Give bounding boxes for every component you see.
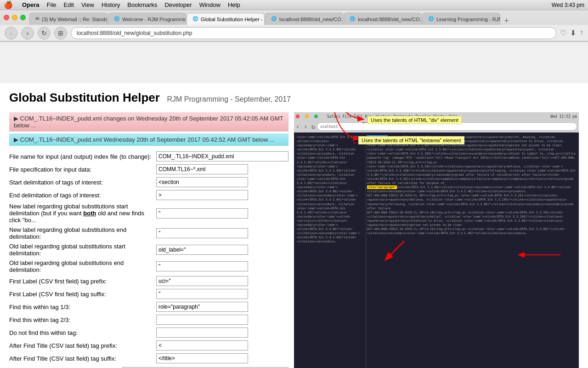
apple-menu[interactable]: 🍎	[4, 0, 13, 9]
file-spec-input[interactable]	[156, 164, 248, 174]
nav-row: ‹ › ↻ ⊞ localhost:8888/old_new/global_su…	[0, 25, 588, 41]
download-icon[interactable]: ⬇	[570, 29, 576, 37]
old-label-start-label: Old label regarding global substitutions…	[9, 243, 156, 257]
find2-input[interactable]	[156, 315, 248, 325]
sim-max	[314, 115, 318, 118]
grid-button[interactable]: ⊞	[54, 27, 67, 40]
menu-help[interactable]: Help	[228, 1, 240, 8]
tab-label: localhost:8888/old_new/CO...	[279, 17, 343, 22]
left-panel: ▶ COM_.TL16~INDEX_pudd.xml changes on We…	[9, 112, 288, 368]
tab-learning[interactable]: 🌐 Learning Programming - RJM...	[422, 13, 500, 25]
tab-label: Global Substitution Helper -	[201, 17, 263, 22]
file-name-input[interactable]	[156, 151, 288, 161]
menu-file[interactable]: File	[47, 1, 57, 8]
page-title: Global Substitution Helper	[9, 91, 160, 104]
tab-global-sub[interactable]: 🌐 Global Substitution Helper -	[187, 13, 265, 25]
donot-find-input[interactable]	[156, 328, 248, 338]
close-button[interactable]	[4, 15, 9, 20]
after-find-prefix-input[interactable]	[156, 340, 248, 351]
tab-rjm[interactable]: 🌐 Welcome - RJM Programming...	[108, 13, 186, 25]
end-delim-label: End delimitation of tags of interest:	[9, 192, 156, 199]
sim-highlight2: role="paragraph"	[367, 185, 397, 189]
tab-localhost1[interactable]: 🌐 localhost:8888/old_new/CO...	[265, 13, 343, 25]
bookmark-icon[interactable]: ♡	[560, 29, 566, 37]
section1-label: ▶ COM_.TL16~INDEX_pudd.xml changes on We…	[14, 115, 284, 129]
menu-edit[interactable]: Edit	[64, 1, 74, 8]
tabs-row: ✉ (3) My Webmail :: Re: Standa... 🌐 Welc…	[0, 10, 588, 25]
forward-button[interactable]: ›	[21, 27, 34, 40]
tab-label: Welcome - RJM Programming...	[122, 17, 186, 22]
tab-favicon: 🌐	[192, 16, 198, 23]
sim-min	[305, 115, 309, 118]
old-label-start-input[interactable]	[156, 245, 248, 255]
tab-label: Learning Programming - RJM...	[436, 17, 500, 22]
sim-nav-icons: ‹ › ↻	[296, 123, 315, 130]
tab-favicon: 🌐	[271, 16, 277, 23]
menubar-time: Wed 3:43 pm	[552, 2, 584, 8]
new-label-end-label: New label regarding global substitutions…	[9, 226, 156, 240]
back-button[interactable]: ‹	[5, 27, 17, 40]
sim-left-col: role='comm'><olink>IRTA.Sch 3.4.80)*<oli…	[296, 134, 366, 368]
tab-label: localhost:8888/old_new/CO...	[358, 17, 422, 22]
donot-find-label: Do not find this within tag:	[9, 329, 156, 336]
sim-time: Wed 12:53 pm	[550, 115, 577, 119]
new-label-end-input[interactable]	[156, 228, 248, 238]
sim-content: role='comm'><olink>IRTA.Sch 3.4.80)*<oli…	[294, 132, 579, 368]
section2-label: ▶ COM_.TL16~INDEX_pudd.xml Wednesday 20t…	[14, 136, 275, 143]
browser-chrome: ✉ (3) My Webmail :: Re: Standa... 🌐 Welc…	[0, 10, 588, 42]
url-bar[interactable]: localhost:8888/old_new/global_substituti…	[71, 27, 556, 39]
start-delim-label: Start delimitation of tags of interest:	[9, 179, 156, 186]
form-area: File name for input (and output) index f…	[9, 151, 288, 363]
find1-input[interactable]	[156, 302, 248, 312]
annotation-textarea-box: Uses the talents of HTML "textarea" elem…	[358, 136, 464, 144]
tab-favicon: ✉	[35, 16, 39, 23]
menu-bookmarks[interactable]: Bookmarks	[127, 1, 157, 8]
file-spec-label: File specification for input data:	[9, 166, 156, 173]
tab-webmail[interactable]: ✉ (3) My Webmail :: Re: Standa...	[29, 13, 107, 25]
section1-header[interactable]: ▶ COM_.TL16~INDEX_pudd.xml changes on We…	[9, 112, 288, 132]
tab-localhost2[interactable]: 🌐 localhost:8888/old_new/CO...	[344, 13, 422, 25]
first-label-suffix-input[interactable]	[156, 289, 248, 299]
menu-developer[interactable]: Developer	[164, 1, 192, 8]
page-subtitle: RJM Programming - September, 2017	[167, 95, 291, 103]
after-find-prefix-label: After Find Title (CSV last field) tag pr…	[9, 342, 156, 349]
reload-button[interactable]: ↻	[38, 27, 51, 40]
sim-layout: role='comm'><olink>IRTA.Sch 3.4.80)*<oli…	[296, 134, 577, 368]
new-tab-button[interactable]: +	[501, 17, 512, 25]
old-label-end-label: Old label regarding global substitutions…	[9, 259, 156, 273]
new-label-start-label: New label regarding global substitutions…	[9, 203, 156, 224]
page-header: Global Substitution Helper RJM Programmi…	[9, 91, 579, 105]
start-delim-input[interactable]	[156, 177, 248, 187]
share-icon[interactable]: ↑	[580, 29, 583, 37]
find2-label: Find this within tag 2/3:	[9, 316, 156, 323]
menu-view[interactable]: View	[81, 1, 94, 8]
menu-opera[interactable]: Opera	[22, 1, 40, 8]
menu-history[interactable]: History	[102, 1, 120, 8]
minimize-button[interactable]	[12, 15, 17, 20]
right-panel: Uses the talents of HTML "div" element ←…	[294, 112, 579, 368]
end-delim-input[interactable]	[156, 190, 248, 200]
after-find-suffix-input[interactable]	[156, 353, 248, 363]
arrow-div: ←	[361, 118, 369, 127]
menu-window[interactable]: Window	[199, 1, 220, 8]
file-name-label: File name for input (and output) index f…	[9, 153, 156, 160]
maximize-button[interactable]	[20, 15, 26, 20]
traffic-lights	[4, 15, 26, 20]
new-label-start-input[interactable]	[156, 208, 248, 218]
back-icon: ‹	[10, 29, 12, 37]
section1-wrapper: ▶ COM_.TL16~INDEX_pudd.xml changes on We…	[9, 112, 288, 132]
section2-header[interactable]: ▶ COM_.TL16~INDEX_pudd.xml Wednesday 20t…	[9, 133, 288, 146]
tab-label: (3) My Webmail :: Re: Standa...	[42, 17, 107, 22]
old-label-end-input[interactable]	[156, 261, 248, 271]
menubar: 🍎 Opera File Edit View History Bookmarks…	[0, 0, 588, 10]
tab-favicon: 🌐	[350, 16, 355, 23]
sim-close	[296, 115, 300, 118]
grid-icon: ⊞	[58, 29, 63, 37]
first-label-prefix-input[interactable]	[156, 276, 248, 286]
tab-favicon: 🌐	[428, 16, 434, 23]
sim-browser: Safari File Edit View History Bookmarks …	[294, 112, 579, 368]
first-label-prefix-label: First Label (CSV first field) tag prefix…	[9, 278, 156, 285]
find1-label: Find this within tag 1/3:	[9, 304, 156, 310]
reload-icon: ↻	[41, 29, 47, 37]
url-text: localhost:8888/old_new/global_substituti…	[77, 30, 192, 36]
